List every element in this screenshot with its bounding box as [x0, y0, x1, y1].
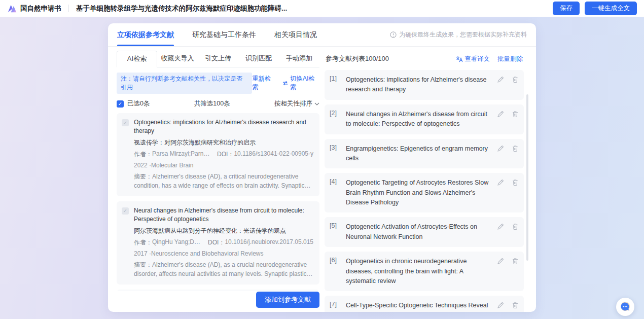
- note-row: 注：请自行判断参考文献相关性，以决定是否引用 重新检索 切换AI检索: [117, 73, 319, 94]
- reference-index: [7]: [330, 301, 346, 308]
- research-again-link[interactable]: 重新检索: [252, 75, 276, 92]
- authors-label: 作者：: [134, 238, 152, 247]
- search-panel: AI检索 收藏夹导入 引文上传 识别匹配 手动添加 注：请自行判断参考文献相关性…: [117, 51, 319, 312]
- reference-row-actions: [497, 110, 519, 118]
- swap-icon: [282, 81, 288, 86]
- app-logo-icon: [7, 4, 17, 13]
- reference-index: [5]: [330, 222, 346, 229]
- reference-row[interactable]: [5] Optogenetic Activation of Astrocytes…: [325, 217, 524, 247]
- edit-icon[interactable]: [497, 179, 504, 186]
- reference-row[interactable]: [7] Cell-Type-Specific Optogenetic Techn…: [325, 296, 524, 312]
- reference-row[interactable]: [2] Neural changes in Alzheimer's diseas…: [325, 104, 524, 134]
- item-title-zh: 阿尔茨海默病从电路到分子的神经变化：光遗传学的观点: [134, 227, 313, 235]
- abstract-label: 摘要：: [134, 261, 152, 268]
- delete-icon[interactable]: [512, 258, 519, 265]
- header-divider: [68, 5, 69, 12]
- subtab-ai-search[interactable]: AI检索: [117, 51, 157, 67]
- reference-list-actions: 查看译文 批量删除: [456, 55, 523, 63]
- edit-icon[interactable]: [497, 223, 504, 230]
- tab-related-projects[interactable]: 相关项目情况: [274, 23, 317, 46]
- reference-list: [1] Optogenetics: implications for Alzhe…: [325, 70, 524, 312]
- tab-references[interactable]: 立项依据参考文献: [117, 23, 174, 46]
- header-actions: 保存 一键生成全文: [553, 2, 637, 15]
- chat-assistant-button[interactable]: [616, 298, 634, 316]
- reference-row-actions: [497, 222, 519, 230]
- reference-title: Engrampigenetics: Epigenetics of engram …: [346, 144, 497, 164]
- edit-icon[interactable]: [497, 302, 504, 309]
- content: AI检索 收藏夹导入 引文上传 识别匹配 手动添加 注：请自行判断参考文献相关性…: [108, 47, 536, 312]
- item-year-journal: 2017 ·Neuroscience and Biobehavioral Rev…: [134, 250, 313, 257]
- reference-row[interactable]: [3] Engrampigenetics: Epigenetics of eng…: [325, 139, 524, 169]
- reference-list-title: 参考文献列表100/100: [326, 54, 389, 63]
- reference-row[interactable]: [4] Optogenetic Targeting of Astrocytes …: [325, 173, 524, 212]
- info-icon: [390, 31, 397, 38]
- delete-icon[interactable]: [512, 223, 519, 230]
- doi-label: DOI：: [217, 150, 234, 159]
- item-doi: 10.1186/s13041-022-00905-y: [234, 150, 313, 159]
- search-result-list: ✓ Optogenetics: implications for Alzheim…: [117, 113, 319, 291]
- item-meta: 作者： QingHu Yang;Da Song;Hong Q... DOI： 1…: [134, 238, 313, 247]
- generate-fulltext-button[interactable]: 一键生成全文: [585, 2, 637, 15]
- app-logo: 国自然申请书: [7, 4, 61, 13]
- reference-title: Optogenetics in chronic neurodegenerativ…: [346, 257, 497, 286]
- tab-research-basis[interactable]: 研究基础与工作条件: [192, 23, 256, 46]
- reference-index: [3]: [330, 144, 346, 151]
- item-title: Optogenetics: implications for Alzheimer…: [134, 118, 313, 136]
- item-year-journal: 2022 ·Molecular Brain: [134, 162, 313, 169]
- reference-row[interactable]: [1] Optogenetics: implications for Alzhe…: [325, 70, 524, 100]
- save-button[interactable]: 保存: [553, 2, 580, 15]
- delete-icon[interactable]: [512, 111, 519, 118]
- reference-index: [2]: [330, 110, 346, 117]
- app-header: 国自然申请书 基于单细胞转录组学与光遗传技术的阿尔兹海默症印迹细胞功能障碍...…: [0, 0, 644, 17]
- search-result-item[interactable]: ✓ Neural changes in Alzheimer's disease …: [117, 201, 319, 285]
- subtab-citation-upload[interactable]: 引文上传: [198, 51, 238, 67]
- authors-label: 作者：: [134, 150, 152, 159]
- translate-icon: [456, 56, 463, 62]
- reference-title: Optogenetics: implications for Alzheimer…: [346, 75, 497, 95]
- switch-ai-search-link[interactable]: 切换AI检索: [282, 75, 319, 92]
- delete-icon[interactable]: [512, 145, 519, 152]
- subtab-recognize-match[interactable]: 识别匹配: [238, 51, 279, 67]
- search-result-item[interactable]: ✓ Engrampigenetics: Epigenetics of engra…: [117, 290, 319, 291]
- reference-row[interactable]: [6] Optogenetics in chronic neurodegener…: [325, 252, 524, 291]
- reference-index: [1]: [330, 75, 346, 82]
- reference-index: [6]: [330, 257, 346, 264]
- select-all-group: ✓ 已选0条: [117, 99, 150, 108]
- item-checkbox[interactable]: ✓: [122, 207, 129, 215]
- subtab-favorites-import[interactable]: 收藏夹导入: [157, 51, 198, 67]
- app-name: 国自然申请书: [20, 4, 61, 13]
- edit-icon[interactable]: [497, 111, 504, 118]
- abstract-label: 摘要：: [134, 173, 152, 180]
- reference-row-actions: [497, 178, 519, 186]
- search-actions: 重新检索 切换AI检索: [252, 75, 319, 92]
- main-tabbar: 立项依据参考文献 研究基础与工作条件 相关项目情况 为确保最终生成效果，您需要根…: [108, 23, 536, 47]
- add-to-references-button[interactable]: 添加到参考文献: [256, 292, 319, 308]
- select-all-checkbox[interactable]: ✓: [117, 100, 124, 108]
- item-authors: QingHu Yang;Da Song;Hong Q...: [152, 238, 201, 247]
- delete-icon[interactable]: [512, 179, 519, 186]
- reference-title: Optogenetic Targeting of Astrocytes Rest…: [346, 178, 497, 207]
- reference-list-scrollbar[interactable]: [526, 94, 528, 261]
- edit-icon[interactable]: [497, 76, 504, 83]
- search-result-item[interactable]: ✓ Optogenetics: implications for Alzheim…: [117, 113, 319, 196]
- notice-text: 为确保最终生成效果，您需要根据实际补充资料: [399, 30, 527, 39]
- edit-icon[interactable]: [497, 258, 504, 265]
- reference-title: Neural changes in Alzheimer's disease fr…: [346, 110, 497, 129]
- reference-list-panel: 参考文献列表100/100 查看译文 批量删除 [1] Optogenetics…: [325, 51, 529, 312]
- source-subtabs: AI检索 收藏夹导入 引文上传 识别匹配 手动添加: [117, 51, 319, 67]
- item-title: Neural changes in Alzheimer's disease fr…: [134, 206, 313, 224]
- delete-icon[interactable]: [512, 76, 519, 83]
- batch-delete-link[interactable]: 批量删除: [497, 55, 523, 63]
- item-checkbox[interactable]: ✓: [122, 119, 129, 126]
- filtered-count: 共筛选100条: [194, 99, 230, 108]
- reference-index: [4]: [330, 178, 346, 185]
- main-tabs: 立项依据参考文献 研究基础与工作条件 相关项目情况: [117, 23, 317, 46]
- main-card: 立项依据参考文献 研究基础与工作条件 相关项目情况 为确保最终生成效果，您需要根…: [108, 23, 536, 312]
- subtab-manual-add[interactable]: 手动添加: [279, 51, 319, 67]
- edit-icon[interactable]: [497, 145, 504, 152]
- reference-row-actions: [497, 75, 519, 83]
- delete-icon[interactable]: [512, 302, 519, 309]
- sort-dropdown[interactable]: 按相关性排序: [274, 99, 319, 108]
- filter-row: ✓ 已选0条 共筛选100条 按相关性排序: [117, 99, 319, 108]
- view-translation-link[interactable]: 查看译文: [456, 55, 490, 63]
